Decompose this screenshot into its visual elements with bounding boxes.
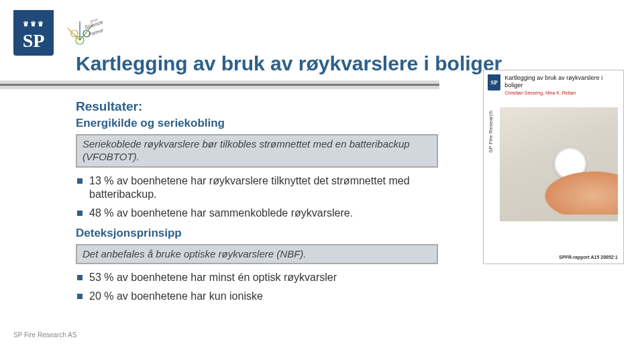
section1-subhead: Energikilde og seriekobling [76,117,438,130]
svg-point-2 [71,30,78,37]
crown-icon: ♛♛♛ [23,20,45,27]
list-item: 53 % av boenhetene har minst én optisk r… [76,271,438,284]
report-authors: Christian Sesseng, Nina K. Reitan [504,91,618,95]
report-cover-thumbnail: SP Kartlegging av bruk av røykvarslere i… [483,70,624,264]
report-code: SPFR-rapport A15 20052:1 [559,255,618,259]
section1-note: Seriekoblede røykvarslere bør tilkobles … [76,134,438,168]
section1-bullet-list: 13 % av boenhetene har røykvarslere tilk… [76,174,438,220]
report-title: Kartlegging av bruk av røykvarslere i bo… [504,74,618,89]
title-underline [0,80,439,89]
report-cover-photo [500,107,618,221]
mini-sp-logo: SP [488,74,500,91]
science-partner-graphic: your Science Partner [57,13,107,57]
section2-note: Det anbefales å bruke optiske røykvarsle… [76,244,438,265]
section2-subhead: Deteksjonsprinsipp [76,227,438,240]
results-heading: Resultater: [76,99,438,114]
section2-bullet-list: 53 % av boenhetene har minst én optisk r… [76,271,438,303]
content-body: Resultater: Energikilde og seriekobling … [76,99,438,310]
list-item: 20 % av boenhetene har kun ioniske [76,290,438,303]
report-side-label: SP Fire Research [488,111,494,153]
footer-brand: SP Fire Research AS [13,331,76,339]
hand-graphic [537,168,618,215]
sp-logo: ♛♛♛ SP [13,10,54,56]
list-item: 13 % av boenhetene har røykvarslere tilk… [76,174,438,201]
slide-title: Kartlegging av bruk av røykvarslere i bo… [76,52,502,75]
logo-text: SP [23,30,45,52]
list-item: 48 % av boenhetene har sammenkoblede røy… [76,207,438,220]
